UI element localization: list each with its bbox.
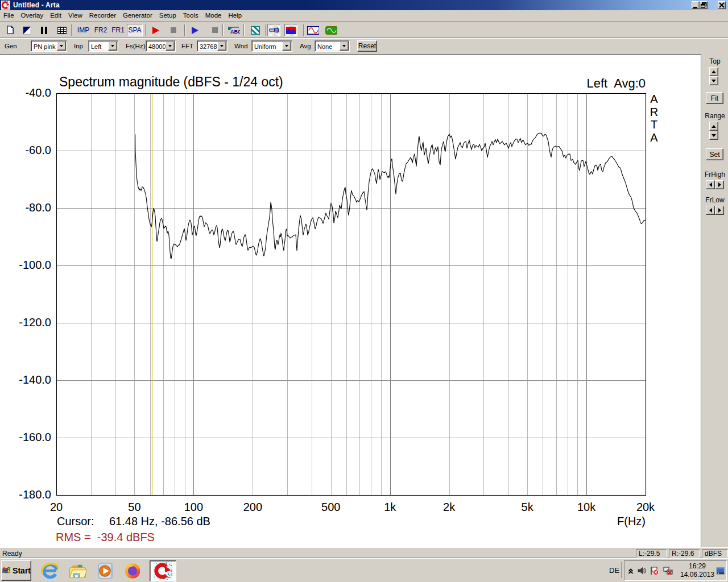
show-hidden-icons-chevron[interactable] <box>627 566 636 575</box>
chevron-down-icon <box>220 45 224 47</box>
frlow-right[interactable] <box>715 206 724 215</box>
restore-button[interactable] <box>700 1 708 9</box>
language-indicator[interactable]: DE <box>609 566 619 575</box>
pause-button[interactable] <box>39 24 49 36</box>
menu-generator[interactable]: Generator <box>120 10 155 21</box>
input-select-dropdown-button[interactable] <box>108 41 117 51</box>
menu-overlay[interactable]: Overlay <box>18 10 47 21</box>
start-button[interactable]: Start <box>1 560 31 581</box>
reset-button[interactable]: Reset <box>357 40 377 52</box>
right-arrow-icon <box>718 208 721 213</box>
taskbar-arta-window-button[interactable] <box>150 560 176 581</box>
samplerate-select[interactable]: 48000 <box>146 40 176 52</box>
plot-legend: Left Avg:0 <box>475 76 646 91</box>
mode-imp-button[interactable]: IMP <box>76 24 90 36</box>
fft-size-select[interactable]: 32768 <box>197 40 228 52</box>
y-tick-label: -60.0 <box>11 144 51 157</box>
gen-label: Gen <box>5 43 17 49</box>
fft-size-select-dropdown-button[interactable] <box>217 41 226 51</box>
range-spin-down[interactable] <box>709 131 718 140</box>
averaging-select[interactable]: None <box>315 40 350 52</box>
internet-explorer-icon[interactable] <box>41 562 59 580</box>
menu-edit[interactable]: Edit <box>47 10 64 21</box>
menu-mode[interactable]: Mode <box>202 10 225 21</box>
fit-button[interactable]: Fit <box>706 92 723 104</box>
table-view-button[interactable] <box>56 24 68 36</box>
menu-setup[interactable]: Setup <box>156 10 179 21</box>
level-right-cell: R:-29.6 <box>669 549 700 558</box>
signal-green-button[interactable] <box>325 24 337 36</box>
chevron-down-icon <box>168 45 172 47</box>
firefox-icon[interactable] <box>123 562 142 580</box>
x-tick-label: 500 <box>308 501 354 514</box>
volume-icon[interactable] <box>637 566 646 575</box>
windows-logo-icon <box>2 565 11 576</box>
averaging-select-dropdown-button[interactable] <box>340 41 349 51</box>
window-select-dropdown-button[interactable] <box>282 41 291 51</box>
status-text: Ready <box>2 550 22 558</box>
generate-play-button[interactable] <box>189 24 201 36</box>
minimize-button[interactable] <box>692 1 700 9</box>
mode-fr1-button[interactable]: FR1 <box>110 24 126 36</box>
tray-clock[interactable]: 16:2914.06.2013 <box>680 562 715 579</box>
frhigh-right[interactable] <box>715 180 724 189</box>
action-center-flag-icon[interactable] <box>650 566 659 575</box>
file-explorer-icon[interactable] <box>69 562 87 580</box>
frhigh-left[interactable] <box>706 180 715 189</box>
overlay-view-button[interactable] <box>22 24 32 36</box>
scaling-button[interactable] <box>250 24 260 36</box>
frhigh-label: FrHigh <box>701 171 728 178</box>
fft-label: FFT <box>181 43 193 49</box>
y-tick-label: -120.0 <box>11 316 51 329</box>
chevron-down-icon <box>111 45 114 47</box>
top-spin-down[interactable] <box>709 76 718 85</box>
generator-select[interactable]: PN pink <box>31 40 67 52</box>
range-spin-up[interactable] <box>709 122 718 131</box>
svg-text:ABC: ABC <box>230 29 240 35</box>
y-tick-label: -140.0 <box>11 373 51 386</box>
menu-view[interactable]: View <box>65 10 85 21</box>
new-document-button[interactable] <box>6 24 16 36</box>
set-button[interactable]: Set <box>706 148 723 160</box>
fs-label: Fs(Hz) <box>126 43 146 49</box>
calibrate-button[interactable]: ABC <box>227 24 241 36</box>
record-stop-button[interactable] <box>168 24 179 36</box>
arta-brand-vertical: ARTA <box>648 93 660 144</box>
display-tray-icon[interactable] <box>716 567 725 576</box>
main-toolbar: IMP FR2 FR1 SPA ABC <box>0 22 728 38</box>
left-arrow-icon <box>709 208 712 213</box>
plot-title: Spectrum magnitude (dBFS - 1/24 oct) <box>59 74 283 90</box>
menu-file[interactable]: File <box>1 10 17 21</box>
x-tick-label: 100 <box>171 501 216 514</box>
top-spin-up[interactable] <box>709 67 718 76</box>
frlow-left[interactable] <box>706 206 715 215</box>
network-error-icon[interactable] <box>663 566 672 575</box>
toolbar-separator <box>184 24 185 36</box>
up-arrow-icon <box>712 70 716 73</box>
menu-tools[interactable]: Tools <box>180 10 201 21</box>
generator-select-dropdown-button[interactable] <box>57 41 66 51</box>
rms-readout: RMS = -39.4 dBFS <box>56 531 155 544</box>
window-title: Untitled - Arta <box>13 0 60 10</box>
chevron-down-icon <box>342 45 346 47</box>
x-tick-label: 20k <box>623 501 668 514</box>
control-bar: Gen PN pink Inp Left Fs(Hz) 48000 FFT 32… <box>0 39 728 53</box>
menu-recorder[interactable]: Recorder <box>86 10 119 21</box>
generate-stop-button[interactable] <box>210 24 220 36</box>
menu-help[interactable]: Help <box>226 10 245 21</box>
mode-spa-button[interactable]: SPA <box>127 24 143 36</box>
media-player-icon[interactable] <box>97 562 115 580</box>
title-bar: Untitled - Arta <box>0 0 728 10</box>
close-button[interactable] <box>718 1 726 9</box>
microphone-toggle[interactable] <box>267 24 280 36</box>
input-select[interactable]: Left <box>88 40 118 52</box>
mode-fr2-button[interactable]: FR2 <box>93 24 109 36</box>
record-play-button[interactable] <box>150 24 162 36</box>
signal-red-button[interactable] <box>307 24 319 36</box>
window-select[interactable]: Uniform <box>251 40 292 52</box>
spectrum-mode-toggle[interactable] <box>284 24 297 36</box>
toolbar-separator <box>71 24 72 36</box>
clock-date: 14.06.2013 <box>680 571 715 579</box>
spectrum-plot[interactable] <box>0 55 701 548</box>
samplerate-select-dropdown-button[interactable] <box>166 41 175 51</box>
